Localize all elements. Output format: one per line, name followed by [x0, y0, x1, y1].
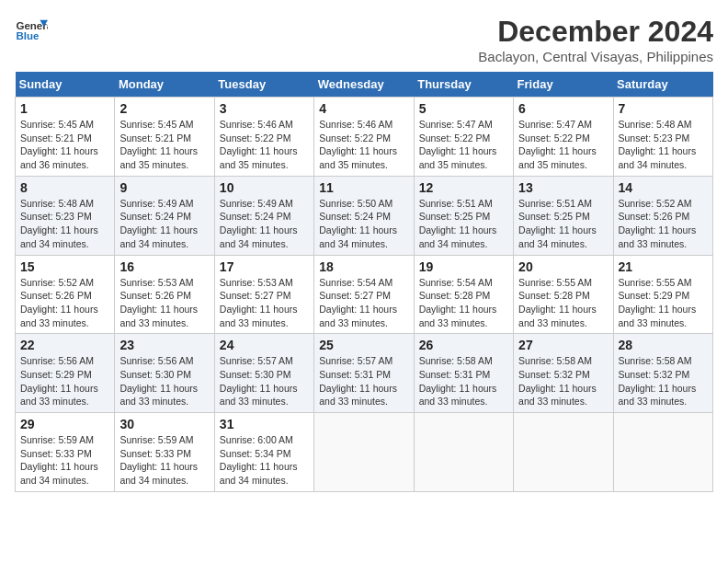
day-number: 4 — [319, 101, 408, 116]
calendar-cell: 20Sunrise: 5:55 AM Sunset: 5:28 PM Dayli… — [514, 255, 613, 334]
calendar-cell — [514, 413, 613, 492]
calendar-cell: 15Sunrise: 5:52 AM Sunset: 5:26 PM Dayli… — [16, 255, 115, 334]
calendar-cell: 19Sunrise: 5:54 AM Sunset: 5:28 PM Dayli… — [414, 255, 513, 334]
day-number: 2 — [119, 101, 209, 116]
calendar-cell: 18Sunrise: 5:54 AM Sunset: 5:27 PM Dayli… — [314, 255, 414, 334]
calendar-cell: 3Sunrise: 5:46 AM Sunset: 5:22 PM Daylig… — [214, 98, 313, 177]
day-number: 19 — [419, 259, 508, 274]
calendar-cell: 16Sunrise: 5:53 AM Sunset: 5:26 PM Dayli… — [115, 255, 214, 334]
day-header-friday: Friday — [514, 72, 613, 98]
cell-sun-info: Sunrise: 5:58 AM Sunset: 5:32 PM Dayligh… — [518, 354, 608, 408]
calendar-cell: 14Sunrise: 5:52 AM Sunset: 5:26 PM Dayli… — [613, 176, 712, 255]
cell-sun-info: Sunrise: 5:58 AM Sunset: 5:31 PM Dayligh… — [419, 354, 508, 408]
calendar-cell: 17Sunrise: 5:53 AM Sunset: 5:27 PM Dayli… — [214, 255, 313, 334]
logo-icon: General Blue — [15, 15, 48, 48]
calendar-cell: 2Sunrise: 5:45 AM Sunset: 5:21 PM Daylig… — [115, 98, 214, 177]
calendar-cell: 23Sunrise: 5:56 AM Sunset: 5:30 PM Dayli… — [115, 334, 214, 413]
calendar-cell: 13Sunrise: 5:51 AM Sunset: 5:25 PM Dayli… — [514, 176, 613, 255]
calendar-cell: 1Sunrise: 5:45 AM Sunset: 5:21 PM Daylig… — [16, 98, 115, 177]
cell-sun-info: Sunrise: 5:55 AM Sunset: 5:28 PM Dayligh… — [518, 276, 608, 330]
day-number: 15 — [20, 259, 109, 274]
cell-sun-info: Sunrise: 5:48 AM Sunset: 5:23 PM Dayligh… — [619, 118, 708, 172]
cell-sun-info: Sunrise: 5:49 AM Sunset: 5:24 PM Dayligh… — [119, 197, 209, 251]
calendar-cell — [414, 413, 513, 492]
day-header-tuesday: Tuesday — [214, 72, 313, 98]
calendar-cell: 28Sunrise: 5:58 AM Sunset: 5:32 PM Dayli… — [613, 334, 712, 413]
calendar-cell: 5Sunrise: 5:47 AM Sunset: 5:22 PM Daylig… — [414, 98, 513, 177]
calendar-table: SundayMondayTuesdayWednesdayThursdayFrid… — [15, 72, 713, 492]
cell-sun-info: Sunrise: 5:58 AM Sunset: 5:32 PM Dayligh… — [619, 354, 708, 408]
calendar-cell — [314, 413, 414, 492]
calendar-cell: 27Sunrise: 5:58 AM Sunset: 5:32 PM Dayli… — [514, 334, 613, 413]
cell-sun-info: Sunrise: 5:46 AM Sunset: 5:22 PM Dayligh… — [220, 118, 309, 172]
cell-sun-info: Sunrise: 5:55 AM Sunset: 5:29 PM Dayligh… — [619, 276, 708, 330]
day-number: 29 — [20, 417, 109, 431]
calendar-cell: 24Sunrise: 5:57 AM Sunset: 5:30 PM Dayli… — [214, 334, 313, 413]
day-number: 8 — [20, 180, 109, 195]
day-number: 24 — [220, 338, 309, 352]
cell-sun-info: Sunrise: 5:59 AM Sunset: 5:33 PM Dayligh… — [119, 433, 209, 488]
day-number: 20 — [518, 259, 608, 274]
location-subtitle: Baclayon, Central Visayas, Philippines — [478, 49, 713, 64]
day-number: 3 — [220, 101, 309, 116]
cell-sun-info: Sunrise: 5:54 AM Sunset: 5:27 PM Dayligh… — [319, 276, 408, 330]
day-number: 7 — [619, 101, 708, 116]
cell-sun-info: Sunrise: 5:53 AM Sunset: 5:26 PM Dayligh… — [119, 276, 209, 330]
calendar-cell: 30Sunrise: 5:59 AM Sunset: 5:33 PM Dayli… — [115, 413, 214, 492]
calendar-cell: 22Sunrise: 5:56 AM Sunset: 5:29 PM Dayli… — [16, 334, 115, 413]
day-number: 25 — [319, 338, 408, 352]
cell-sun-info: Sunrise: 5:45 AM Sunset: 5:21 PM Dayligh… — [119, 118, 209, 172]
calendar-cell: 31Sunrise: 6:00 AM Sunset: 5:34 PM Dayli… — [214, 413, 313, 492]
day-number: 14 — [619, 180, 708, 195]
title-block: December 2024 Baclayon, Central Visayas,… — [478, 15, 713, 64]
calendar-cell: 4Sunrise: 5:46 AM Sunset: 5:22 PM Daylig… — [314, 98, 414, 177]
day-number: 31 — [220, 417, 309, 431]
day-number: 22 — [20, 338, 109, 352]
cell-sun-info: Sunrise: 5:51 AM Sunset: 5:25 PM Dayligh… — [518, 197, 608, 251]
cell-sun-info: Sunrise: 5:59 AM Sunset: 5:33 PM Dayligh… — [20, 433, 109, 488]
day-number: 28 — [619, 338, 708, 352]
calendar-cell: 12Sunrise: 5:51 AM Sunset: 5:25 PM Dayli… — [414, 176, 513, 255]
cell-sun-info: Sunrise: 5:47 AM Sunset: 5:22 PM Dayligh… — [419, 118, 508, 172]
day-number: 27 — [518, 338, 608, 352]
day-number: 23 — [119, 338, 209, 352]
month-title: December 2024 — [478, 15, 713, 49]
day-header-monday: Monday — [115, 72, 214, 98]
calendar-cell: 25Sunrise: 5:57 AM Sunset: 5:31 PM Dayli… — [314, 334, 414, 413]
calendar-cell: 10Sunrise: 5:49 AM Sunset: 5:24 PM Dayli… — [214, 176, 313, 255]
calendar-cell: 11Sunrise: 5:50 AM Sunset: 5:24 PM Dayli… — [314, 176, 414, 255]
day-number: 30 — [119, 417, 209, 431]
cell-sun-info: Sunrise: 5:48 AM Sunset: 5:23 PM Dayligh… — [20, 197, 109, 251]
day-number: 12 — [419, 180, 508, 195]
day-number: 13 — [518, 180, 608, 195]
calendar-cell: 26Sunrise: 5:58 AM Sunset: 5:31 PM Dayli… — [414, 334, 513, 413]
calendar-cell: 21Sunrise: 5:55 AM Sunset: 5:29 PM Dayli… — [613, 255, 712, 334]
page-header: General Blue December 2024 Baclayon, Cen… — [15, 15, 713, 64]
day-number: 6 — [518, 101, 608, 116]
day-header-thursday: Thursday — [414, 72, 513, 98]
day-number: 1 — [20, 101, 109, 116]
day-number: 16 — [119, 259, 209, 274]
cell-sun-info: Sunrise: 5:57 AM Sunset: 5:30 PM Dayligh… — [220, 354, 309, 408]
day-number: 5 — [419, 101, 508, 116]
cell-sun-info: Sunrise: 5:45 AM Sunset: 5:21 PM Dayligh… — [20, 118, 109, 172]
day-number: 10 — [220, 180, 309, 195]
day-header-sunday: Sunday — [16, 72, 115, 98]
calendar-cell: 6Sunrise: 5:47 AM Sunset: 5:22 PM Daylig… — [514, 98, 613, 177]
cell-sun-info: Sunrise: 6:00 AM Sunset: 5:34 PM Dayligh… — [220, 433, 309, 488]
cell-sun-info: Sunrise: 5:51 AM Sunset: 5:25 PM Dayligh… — [419, 197, 508, 251]
day-header-wednesday: Wednesday — [314, 72, 414, 98]
cell-sun-info: Sunrise: 5:49 AM Sunset: 5:24 PM Dayligh… — [220, 197, 309, 251]
day-number: 21 — [619, 259, 708, 274]
calendar-cell — [613, 413, 712, 492]
day-number: 26 — [419, 338, 508, 352]
calendar-cell: 7Sunrise: 5:48 AM Sunset: 5:23 PM Daylig… — [613, 98, 712, 177]
day-number: 17 — [220, 259, 309, 274]
logo: General Blue — [15, 15, 48, 48]
calendar-cell: 8Sunrise: 5:48 AM Sunset: 5:23 PM Daylig… — [16, 176, 115, 255]
day-header-saturday: Saturday — [613, 72, 712, 98]
cell-sun-info: Sunrise: 5:56 AM Sunset: 5:29 PM Dayligh… — [20, 354, 109, 408]
cell-sun-info: Sunrise: 5:47 AM Sunset: 5:22 PM Dayligh… — [518, 118, 608, 172]
calendar-cell: 9Sunrise: 5:49 AM Sunset: 5:24 PM Daylig… — [115, 176, 214, 255]
day-number: 9 — [119, 180, 209, 195]
